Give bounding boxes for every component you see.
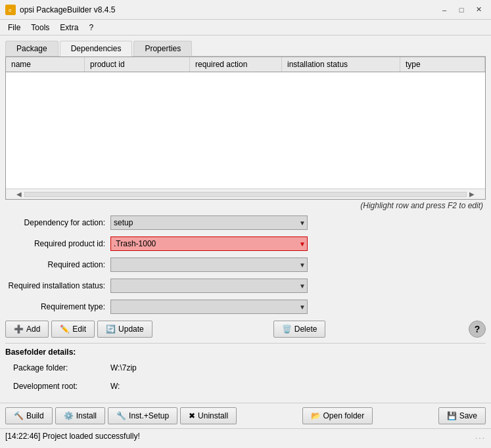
bottom-buttons-bar: 🔨 Build ⚙️ Install 🔧 Inst.+Setup ✖ Unins… [0,403,491,428]
title-bar: o opsi PackageBuilder v8.4.5 – □ ✕ [0,0,491,20]
build-label: Build [26,411,44,420]
tab-package[interactable]: Package [5,41,58,56]
update-label: Update [118,325,144,334]
req-action-select[interactable] [114,258,304,271]
edit-button[interactable]: ✏️ Edit [51,321,95,338]
action-buttons-row: ➕ Add ✏️ Edit 🔄 Update 🗑️ Delete ? [5,321,486,338]
delete-label: Delete [294,325,317,334]
add-button[interactable]: ➕ Add [5,321,49,338]
inst-setup-button[interactable]: 🔧 Inst.+Setup [108,407,177,424]
req-product-id-label: Required product id: [5,239,110,248]
uninstall-button[interactable]: ✖ Uninstall [180,407,237,424]
open-folder-button[interactable]: 📂 Open folder [302,407,373,424]
menu-file[interactable]: File [3,22,26,34]
dep-for-action-row: Dependency for action: setup ▼ [5,214,486,231]
req-product-id-row: Required product id: .Trash-1000 ▼ [5,235,486,252]
minimize-button[interactable]: – [437,3,452,16]
basefolder-section: Basefolder details: Package folder: W:\7… [5,343,486,393]
uninstall-icon: ✖ [189,411,195,420]
menu-bar: File Tools Extra ? [0,20,491,35]
build-button[interactable]: 🔨 Build [5,407,53,424]
col-type: type [400,57,485,72]
tab-bar: Package Dependencies Properties [5,41,486,56]
status-text: [14:22:46] Project loaded successfully! [5,432,140,441]
save-icon: 💾 [447,411,457,420]
package-folder-label: Package folder: [5,363,110,372]
dev-root-row: Development root: W: [5,379,486,393]
window-title: opsi PackageBuilder v8.4.5 [20,5,437,14]
inst-setup-icon: 🔧 [116,411,126,420]
menu-tools[interactable]: Tools [26,22,55,34]
req-type-control[interactable]: ▼ [110,300,308,314]
save-button[interactable]: 💾 Save [438,407,486,424]
dep-for-action-label: Dependency for action: [5,218,110,227]
dev-root-label: Development root: [5,382,110,391]
col-product-id: product id [85,57,190,72]
folder-icon: 📂 [311,411,321,420]
build-icon: 🔨 [14,411,24,420]
package-folder-value: W:\7zip [110,363,137,372]
uninstall-label: Uninstall [198,411,228,420]
table-body [6,72,485,189]
req-type-label: Requirement type: [5,302,110,311]
req-product-id-control[interactable]: .Trash-1000 ▼ [110,236,308,251]
horizontal-scrollbar[interactable]: ◀ ▶ [6,189,485,199]
add-icon: ➕ [14,325,24,334]
update-button[interactable]: 🔄 Update [97,321,152,338]
req-install-status-select[interactable] [114,279,304,292]
update-icon: 🔄 [106,325,116,334]
menu-help[interactable]: ? [83,22,99,34]
install-button[interactable]: ⚙️ Install [55,407,105,424]
app-icon: o [5,5,16,15]
maximize-button[interactable]: □ [454,3,469,16]
install-icon: ⚙️ [64,411,74,420]
tab-dependencies[interactable]: Dependencies [60,41,133,56]
svg-text:o: o [9,7,12,13]
col-name: name [6,57,85,72]
help-button[interactable]: ? [469,321,486,338]
edit-icon: ✏️ [60,325,70,334]
req-type-row: Requirement type: ▼ [5,298,486,315]
delete-icon: 🗑️ [282,325,292,334]
req-type-select[interactable] [114,300,304,313]
package-folder-row: Package folder: W:\7zip [5,361,486,375]
add-label: Add [26,325,40,334]
edit-hint: (Highlight row and press F2 to edit) [5,200,486,212]
req-install-status-row: Required installation status: ▼ [5,277,486,294]
status-dots: ... [475,432,486,441]
dep-for-action-control[interactable]: setup ▼ [110,215,308,230]
req-action-label: Required action: [5,260,110,269]
tab-properties[interactable]: Properties [133,41,192,56]
req-action-control[interactable]: ▼ [110,258,308,272]
save-label: Save [459,411,477,420]
status-bar: [14:22:46] Project loaded successfully! … [0,428,491,443]
close-button[interactable]: ✕ [471,3,486,16]
open-folder-label: Open folder [323,411,365,420]
req-install-status-control[interactable]: ▼ [110,279,308,293]
req-product-id-select[interactable]: .Trash-1000 [114,237,304,250]
delete-button[interactable]: 🗑️ Delete [273,321,326,338]
table-header: name product id required action installa… [6,57,485,72]
scrollbar-track[interactable] [24,192,467,197]
dependencies-table[interactable]: name product id required action installa… [5,56,486,200]
basefolder-title: Basefolder details: [5,347,486,357]
req-install-status-label: Required installation status: [5,281,110,290]
edit-label: Edit [72,325,86,334]
dep-for-action-select[interactable]: setup [114,216,304,229]
main-content: Package Dependencies Properties name pro… [0,35,491,403]
col-required-action: required action [190,57,282,72]
dependency-form: Dependency for action: setup ▼ Required … [5,214,486,315]
col-installation-status: installation status [282,57,400,72]
install-label: Install [76,411,97,420]
req-action-row: Required action: ▼ [5,256,486,273]
dev-root-value: W: [110,382,120,391]
inst-setup-label: Inst.+Setup [129,411,169,420]
menu-extra[interactable]: Extra [55,22,83,34]
window-controls: – □ ✕ [437,3,486,16]
